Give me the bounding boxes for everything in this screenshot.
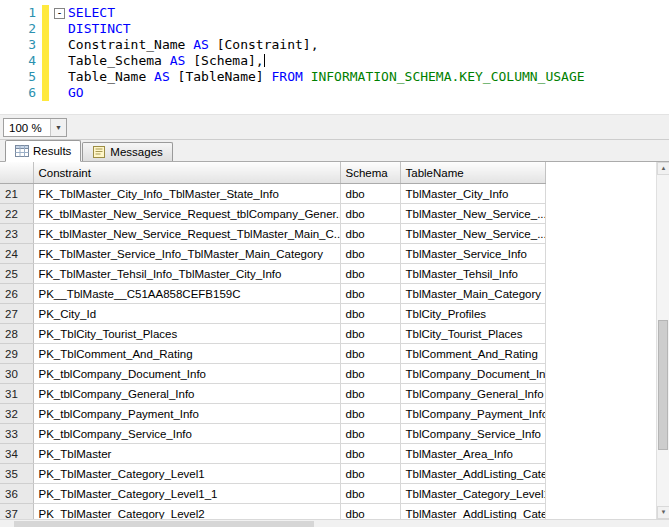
cell-constraint[interactable]: PK_TblCity_Tourist_Places — [33, 324, 340, 344]
cell-constraint[interactable]: FK_TblMaster_Tehsil_Info_TblMaster_City_… — [33, 264, 340, 284]
grid-body: 21FK_TblMaster_City_Info_TblMaster_State… — [0, 184, 545, 527]
cell-tablename[interactable]: TblMaster_City_Info — [400, 184, 545, 204]
cell-schema[interactable]: dbo — [340, 204, 400, 224]
cell-constraint[interactable]: PK__TblMaste__C51AA858CEFB159C — [33, 284, 340, 304]
code-text: SELECT — [68, 5, 669, 21]
code-text: Constraint_Name AS [Constraint], — [68, 37, 669, 53]
cell-tablename[interactable]: TblMaster_Main_Category — [400, 284, 545, 304]
grid-corner[interactable] — [0, 162, 33, 184]
row-header[interactable]: 34 — [0, 444, 33, 464]
editor-line[interactable]: 2DISTINCT — [0, 21, 669, 37]
row-header[interactable]: 24 — [0, 244, 33, 264]
tab-results[interactable]: Results — [5, 140, 81, 162]
column-header-schema[interactable]: Schema — [340, 162, 400, 184]
cell-schema[interactable]: dbo — [340, 264, 400, 284]
scroll-up-icon[interactable]: ▲ — [657, 162, 669, 175]
fold-margin — [51, 37, 68, 53]
cell-constraint[interactable]: FK_TblMaster_Service_Info_TblMaster_Main… — [33, 244, 340, 264]
cell-tablename[interactable]: TblMaster_New_Service_... — [400, 204, 545, 224]
cell-tablename[interactable]: TblCompany_Document_Info — [400, 364, 545, 384]
cell-schema[interactable]: dbo — [340, 424, 400, 444]
row-header[interactable]: 36 — [0, 484, 33, 504]
cell-schema[interactable]: dbo — [340, 444, 400, 464]
cell-constraint[interactable]: FK_TblMaster_City_Info_TblMaster_State_I… — [33, 184, 340, 204]
cell-constraint[interactable]: PK_TblMaster — [33, 444, 340, 464]
cell-constraint[interactable]: PK_City_Id — [33, 304, 340, 324]
line-number[interactable]: 5 — [0, 69, 42, 85]
editor-line[interactable]: 1-SELECT — [0, 5, 669, 21]
cell-constraint[interactable]: PK_TblMaster_Category_Level1_1 — [33, 484, 340, 504]
line-number[interactable]: 4 — [0, 53, 42, 69]
cell-schema[interactable]: dbo — [340, 364, 400, 384]
cell-constraint[interactable]: PK_TblMaster_Category_Level1 — [33, 464, 340, 484]
cell-tablename[interactable]: TblCompany_Payment_Info — [400, 404, 545, 424]
row-header[interactable]: 28 — [0, 324, 33, 344]
cell-constraint[interactable]: PK_tblCompany_General_Info — [33, 384, 340, 404]
line-number[interactable]: 1 — [0, 5, 42, 21]
cell-schema[interactable]: dbo — [340, 384, 400, 404]
row-header[interactable]: 23 — [0, 224, 33, 244]
cell-constraint[interactable]: PK_TblComment_And_Rating — [33, 344, 340, 364]
change-tracking-bar — [42, 53, 49, 69]
row-header[interactable]: 25 — [0, 264, 33, 284]
vertical-scrollbar-thumb[interactable] — [658, 320, 668, 450]
table-row: 31PK_tblCompany_General_InfodboTblCompan… — [0, 384, 545, 404]
zoom-level-select[interactable]: 100 % ▼ — [3, 118, 67, 137]
row-header[interactable]: 27 — [0, 304, 33, 324]
row-header[interactable]: 30 — [0, 364, 33, 384]
row-header[interactable]: 33 — [0, 424, 33, 444]
cell-tablename[interactable]: TblCompany_Service_Info — [400, 424, 545, 444]
row-header[interactable]: 26 — [0, 284, 33, 304]
editor-line[interactable]: 6GO — [0, 85, 669, 101]
row-header[interactable]: 29 — [0, 344, 33, 364]
scroll-down-icon[interactable]: ▼ — [657, 506, 669, 519]
cell-tablename[interactable]: TblCompany_General_Info — [400, 384, 545, 404]
cell-schema[interactable]: dbo — [340, 304, 400, 324]
cell-schema[interactable]: dbo — [340, 404, 400, 424]
cell-constraint[interactable]: PK_tblCompany_Payment_Info — [33, 404, 340, 424]
line-number[interactable]: 3 — [0, 37, 42, 53]
cell-constraint[interactable]: PK_tblCompany_Service_Info — [33, 424, 340, 444]
column-header-tablename[interactable]: TableName — [400, 162, 545, 184]
cell-schema[interactable]: dbo — [340, 464, 400, 484]
line-number[interactable]: 2 — [0, 21, 42, 37]
editor-line[interactable]: 5Table_Name AS [TableName] FROM INFORMAT… — [0, 69, 669, 85]
editor-line[interactable]: 3Constraint_Name AS [Constraint], — [0, 37, 669, 53]
cell-schema[interactable]: dbo — [340, 344, 400, 364]
cell-schema[interactable]: dbo — [340, 284, 400, 304]
cell-schema[interactable]: dbo — [340, 184, 400, 204]
cell-tablename[interactable]: TblCity_Tourist_Places — [400, 324, 545, 344]
sql-editor[interactable]: 1-SELECT2DISTINCT3Constraint_Name AS [Co… — [0, 0, 669, 114]
cell-tablename[interactable]: TblMaster_Tehsil_Info — [400, 264, 545, 284]
cell-tablename[interactable]: TblCity_Profiles — [400, 304, 545, 324]
horizontal-scrollbar-thumb[interactable] — [14, 521, 314, 527]
cell-tablename[interactable]: TblMaster_Category_Level1 — [400, 484, 545, 504]
cell-constraint[interactable]: FK_tblMaster_New_Service_Request_TblMast… — [33, 224, 340, 244]
messages-icon — [92, 146, 106, 158]
horizontal-scrollbar[interactable] — [0, 519, 669, 527]
row-header[interactable]: 22 — [0, 204, 33, 224]
cell-tablename[interactable]: TblMaster_New_Service_... — [400, 224, 545, 244]
cell-tablename[interactable]: TblMaster_AddListing_Cate... — [400, 464, 545, 484]
row-header[interactable]: 35 — [0, 464, 33, 484]
cell-tablename[interactable]: TblMaster_Service_Info — [400, 244, 545, 264]
cell-tablename[interactable]: TblComment_And_Rating — [400, 344, 545, 364]
chevron-down-icon[interactable]: ▼ — [50, 119, 66, 136]
table-row: 28PK_TblCity_Tourist_PlacesdboTblCity_To… — [0, 324, 545, 344]
vertical-scrollbar[interactable]: ▲ ▼ — [656, 162, 669, 519]
cell-schema[interactable]: dbo — [340, 324, 400, 344]
cell-constraint[interactable]: PK_tblCompany_Document_Info — [33, 364, 340, 384]
collapse-region-icon[interactable]: - — [54, 8, 65, 19]
editor-line[interactable]: 4Table_Schema AS [Schema], — [0, 53, 669, 69]
line-number[interactable]: 6 — [0, 85, 42, 101]
tab-messages[interactable]: Messages — [82, 142, 172, 161]
row-header[interactable]: 32 — [0, 404, 33, 424]
column-header-constraint[interactable]: Constraint — [33, 162, 340, 184]
cell-tablename[interactable]: TblMaster_Area_Info — [400, 444, 545, 464]
row-header[interactable]: 21 — [0, 184, 33, 204]
cell-constraint[interactable]: FK_tblMaster_New_Service_Request_tblComp… — [33, 204, 340, 224]
row-header[interactable]: 31 — [0, 384, 33, 404]
cell-schema[interactable]: dbo — [340, 484, 400, 504]
cell-schema[interactable]: dbo — [340, 224, 400, 244]
cell-schema[interactable]: dbo — [340, 244, 400, 264]
